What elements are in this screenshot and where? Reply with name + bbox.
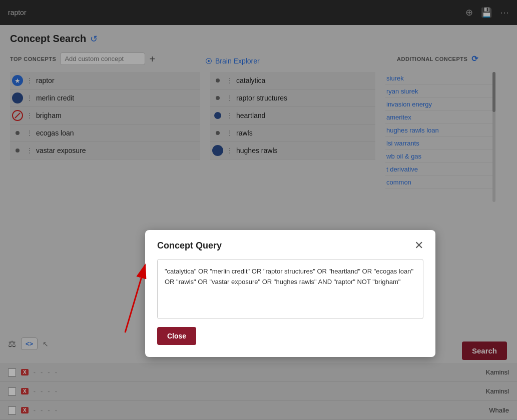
modal-header: Concept Query ✕ [157, 240, 423, 251]
modal-close-button[interactable]: ✕ [414, 240, 423, 251]
modal-query-box: "catalytica" OR "merlin credit" OR "rapt… [157, 259, 423, 319]
modal-close-bottom-button[interactable]: Close [157, 327, 196, 345]
concept-query-modal: Concept Query ✕ "catalytica" OR "merlin … [145, 230, 435, 357]
modal-overlay [0, 0, 517, 420]
modal-title: Concept Query [157, 240, 222, 251]
